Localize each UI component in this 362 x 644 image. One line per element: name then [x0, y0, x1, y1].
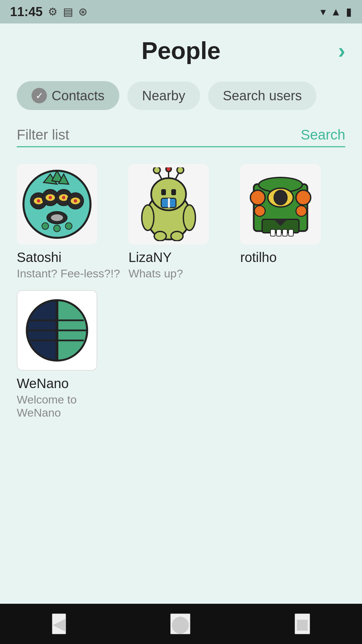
svg-rect-30 — [171, 189, 176, 195]
svg-point-17 — [51, 214, 63, 221]
header: People › — [17, 37, 345, 64]
contact-satoshi-status: Instant? Fee-less?!? — [17, 267, 120, 280]
svg-point-43 — [254, 206, 265, 216]
svg-rect-32 — [168, 198, 170, 208]
bottom-nav: ◀ ⬤ ◼ — [0, 604, 362, 644]
contact-wenano[interactable]: WeNano Welcome to WeNano — [17, 290, 122, 419]
filter-input[interactable] — [17, 127, 294, 143]
svg-rect-47 — [270, 229, 275, 236]
avatar-wenano — [17, 290, 97, 371]
battery-icon: ▮ — [346, 5, 352, 18]
status-right: ▾ ▲ ▮ — [320, 5, 352, 18]
contact-lizany-name: LizaNY — [128, 250, 172, 265]
contact-lizany-status: Whats up? — [128, 267, 183, 280]
svg-point-9 — [49, 196, 52, 199]
sd-card-icon: ▤ — [63, 5, 73, 18]
main-content: People › ✓ Contacts Nearby Search users … — [0, 23, 362, 419]
svg-point-40 — [274, 190, 287, 205]
svg-point-26 — [166, 167, 171, 172]
svg-point-20 — [65, 223, 72, 229]
svg-point-6 — [37, 199, 40, 203]
status-time: 11:45 — [10, 5, 43, 19]
svg-point-33 — [142, 205, 154, 230]
svg-point-35 — [154, 231, 166, 241]
contact-wenano-name: WeNano — [17, 376, 69, 391]
back-button[interactable]: ◀ — [52, 613, 66, 634]
contact-rotilho[interactable]: rotilho — [240, 164, 345, 280]
gear-icon: ⚙ — [48, 5, 58, 18]
svg-point-15 — [74, 199, 77, 203]
at-sign-icon: ⊛ — [78, 5, 87, 18]
svg-rect-29 — [161, 189, 166, 195]
tab-search-users[interactable]: Search users — [208, 82, 317, 110]
page-title: People — [141, 37, 221, 64]
svg-rect-48 — [277, 229, 281, 236]
svg-rect-49 — [283, 229, 287, 236]
contact-lizany[interactable]: LizaNY Whats up? — [128, 164, 233, 280]
tab-nearby[interactable]: Nearby — [127, 82, 200, 110]
avatar-satoshi — [17, 164, 97, 245]
contact-satoshi[interactable]: Satoshi Instant? Fee-less?!? — [17, 164, 122, 280]
search-button[interactable]: Search — [301, 127, 345, 143]
recents-button[interactable]: ◼ — [295, 613, 310, 634]
avatar-rotilho — [240, 164, 321, 245]
svg-point-42 — [296, 190, 311, 205]
svg-point-18 — [42, 223, 49, 229]
contacts-grid: Satoshi Instant? Fee-less?!? — [17, 164, 345, 419]
wifi-icon: ▾ — [320, 5, 326, 18]
svg-point-34 — [183, 205, 195, 230]
tab-search-users-label: Search users — [223, 88, 302, 103]
contact-satoshi-name: Satoshi — [17, 250, 61, 265]
filter-row: Search — [17, 127, 345, 147]
tab-contacts[interactable]: ✓ Contacts — [17, 81, 119, 110]
svg-point-36 — [171, 231, 183, 241]
check-icon: ✓ — [32, 88, 47, 103]
svg-point-12 — [62, 196, 65, 199]
status-bar: 11:45 ⚙ ▤ ⊛ ▾ ▲ ▮ — [0, 0, 362, 23]
contact-wenano-status: Welcome to WeNano — [17, 393, 122, 419]
signal-icon: ▲ — [330, 6, 341, 18]
tab-contacts-label: Contacts — [52, 88, 105, 103]
contact-rotilho-name: rotilho — [240, 250, 277, 265]
home-button[interactable]: ⬤ — [170, 613, 190, 634]
avatar-lizany — [128, 164, 209, 245]
status-left: 11:45 ⚙ ▤ ⊛ — [10, 5, 87, 19]
tabs-container: ✓ Contacts Nearby Search users — [17, 81, 345, 110]
svg-point-44 — [296, 206, 307, 216]
svg-point-19 — [54, 225, 60, 232]
tab-nearby-label: Nearby — [142, 88, 185, 103]
chevron-right-icon[interactable]: › — [338, 38, 345, 63]
svg-point-28 — [177, 167, 184, 173]
svg-point-41 — [250, 190, 265, 205]
svg-point-24 — [154, 167, 160, 173]
svg-rect-50 — [289, 229, 293, 236]
